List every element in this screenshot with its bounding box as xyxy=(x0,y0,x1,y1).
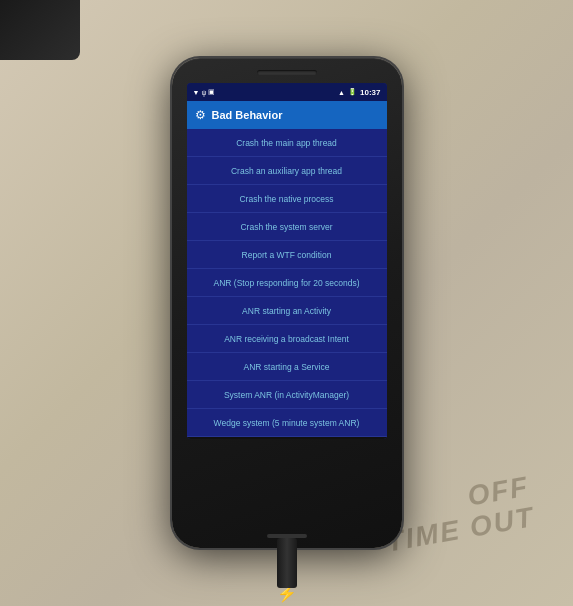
status-right-area: ▲ 🔋 10:37 xyxy=(338,88,380,97)
menu-item[interactable]: ANR starting a Service xyxy=(187,353,387,381)
app-bar: ⚙ Bad Behavior xyxy=(187,101,387,129)
menu-item-label: Crash the native process xyxy=(235,194,337,204)
menu-item-label: System ANR (in ActivityManager) xyxy=(220,390,353,400)
status-time: 10:37 xyxy=(360,88,380,97)
phone-device: ▼ ψ ▣ ▲ 🔋 10:37 ⚙ Bad Behavior Crash the… xyxy=(172,58,402,548)
corner-decoration xyxy=(0,0,80,60)
menu-list: Crash the main app threadCrash an auxili… xyxy=(187,129,387,437)
status-bar: ▼ ψ ▣ ▲ 🔋 10:37 xyxy=(187,83,387,101)
signal-icon: ▼ xyxy=(193,89,200,96)
menu-item[interactable]: Crash the main app thread xyxy=(187,129,387,157)
menu-item-label: Crash the system server xyxy=(236,222,336,232)
menu-item-label: ANR starting an Activity xyxy=(238,306,335,316)
battery-icon: 🔋 xyxy=(348,88,357,96)
menu-item-label: ANR starting a Service xyxy=(240,362,334,372)
app-title: Bad Behavior xyxy=(212,109,283,121)
menu-item-label: ANR receiving a broadcast Intent xyxy=(220,334,353,344)
menu-item[interactable]: Report a WTF condition xyxy=(187,241,387,269)
menu-item-label: Wedge system (5 minute system ANR) xyxy=(210,418,364,428)
menu-item[interactable]: ANR receiving a broadcast Intent xyxy=(187,325,387,353)
phone-bottom xyxy=(267,439,307,548)
notification-icon: ▣ xyxy=(208,88,215,96)
menu-item[interactable]: Wedge system (5 minute system ANR) xyxy=(187,409,387,437)
signal-strength-icon: ▲ xyxy=(338,89,345,96)
menu-item-label: Crash an auxiliary app thread xyxy=(227,166,346,176)
menu-item-label: Report a WTF condition xyxy=(238,250,336,260)
menu-item[interactable]: Crash the native process xyxy=(187,185,387,213)
status-left-icons: ▼ ψ ▣ xyxy=(193,88,216,96)
menu-item[interactable]: Crash an auxiliary app thread xyxy=(187,157,387,185)
menu-item[interactable]: Crash the system server xyxy=(187,213,387,241)
usb-cable xyxy=(277,538,297,588)
nav-bar: ◁ ○ ▭ xyxy=(187,437,387,439)
wifi-icon: ψ xyxy=(201,89,206,96)
phone-screen: ▼ ψ ▣ ▲ 🔋 10:37 ⚙ Bad Behavior Crash the… xyxy=(187,83,387,439)
menu-item-label: ANR (Stop responding for 20 seconds) xyxy=(210,278,364,288)
menu-item[interactable]: System ANR (in ActivityManager) xyxy=(187,381,387,409)
phone-speaker xyxy=(257,70,317,75)
menu-item-label: Crash the main app thread xyxy=(232,138,341,148)
menu-item[interactable]: ANR starting an Activity xyxy=(187,297,387,325)
app-icon: ⚙ xyxy=(195,108,206,122)
menu-item[interactable]: ANR (Stop responding for 20 seconds) xyxy=(187,269,387,297)
